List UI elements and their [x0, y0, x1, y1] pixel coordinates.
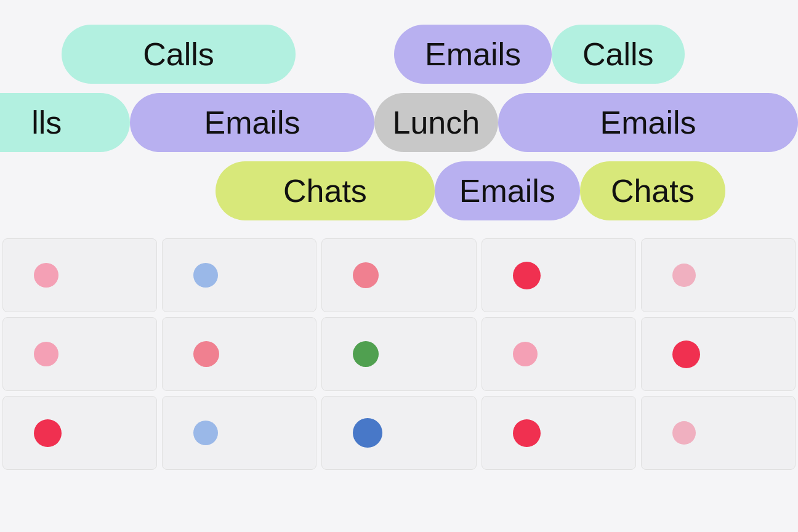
emails-tag-2[interactable]: Emails — [130, 93, 374, 152]
grid-cell-r1c5 — [641, 238, 796, 312]
chats-tag-2[interactable]: Chats — [580, 161, 725, 220]
emails-tag-4[interactable]: Emails — [435, 161, 580, 220]
dot-r2c5 — [672, 341, 700, 368]
calls-tag-1[interactable]: Calls — [62, 25, 296, 84]
chats-tag-1[interactable]: Chats — [216, 161, 435, 220]
grid-cell-r2c3 — [321, 317, 476, 391]
grid-cell-r1c3 — [321, 238, 476, 312]
dot-r1c4 — [513, 262, 541, 289]
emails-tag-1[interactable]: Emails — [394, 25, 552, 84]
dot-r3c5 — [672, 421, 696, 445]
dot-r1c1 — [34, 263, 58, 288]
data-grid — [0, 236, 798, 472]
grid-cell-r2c2 — [162, 317, 316, 391]
grid-cell-r1c4 — [482, 238, 636, 312]
grid-cell-r2c5 — [641, 317, 796, 391]
grid-cell-r1c2 — [162, 238, 316, 312]
dot-r1c2 — [193, 263, 218, 288]
emails-tag-3[interactable]: Emails — [498, 93, 798, 152]
grid-cell-r3c1 — [2, 396, 157, 470]
dot-r3c1 — [34, 419, 62, 447]
calls-tag-2[interactable]: Calls — [552, 25, 685, 84]
grid-cell-r3c5 — [641, 396, 796, 470]
dot-r2c3 — [353, 341, 379, 367]
dot-r1c3 — [353, 262, 379, 288]
grid-cell-r3c2 — [162, 396, 316, 470]
lunch-tag[interactable]: Lunch — [374, 93, 499, 152]
dot-r3c4 — [513, 419, 541, 447]
grid-cell-r1c1 — [2, 238, 157, 312]
dot-r2c1 — [34, 342, 58, 366]
grid-cell-r2c1 — [2, 317, 157, 391]
dot-r2c2 — [193, 341, 219, 367]
lls-tag[interactable]: lls — [0, 93, 130, 152]
dot-r3c2 — [193, 421, 218, 445]
grid-cell-r3c3 — [321, 396, 476, 470]
grid-cell-r3c4 — [482, 396, 636, 470]
dot-r3c3 — [353, 418, 382, 448]
dot-r2c4 — [513, 342, 538, 366]
dot-r1c5 — [672, 264, 696, 287]
grid-cell-r2c4 — [482, 317, 636, 391]
